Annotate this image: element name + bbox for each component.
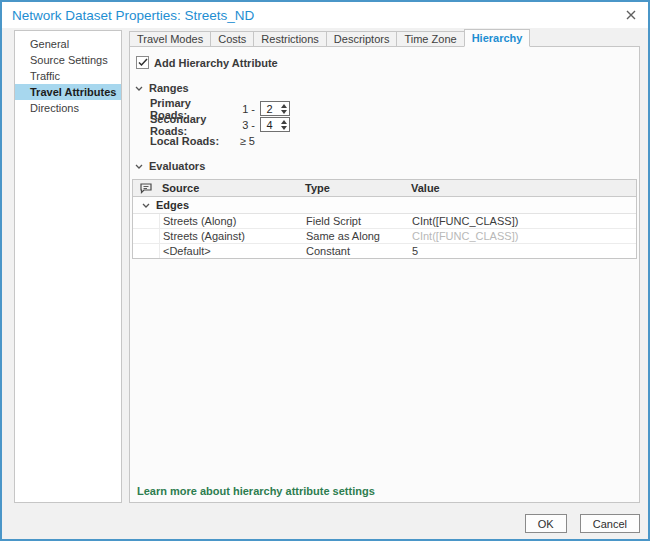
network-dataset-properties-dialog: Network Dataset Properties: Streets_ND G… [0,0,650,541]
tab-hierarchy[interactable]: Hierarchy [464,29,531,47]
chevron-down-icon [142,203,150,208]
secondary-roads-row: Secondary Roads: 3 - 4 [150,117,639,132]
spinner-arrows-icon[interactable] [278,118,289,131]
type-cell[interactable]: Field Script [306,215,412,227]
ranges-section-label: Ranges [149,82,189,94]
table-row[interactable]: Streets (Against) Same as Along CInt([FU… [133,229,636,244]
primary-roads-max-spinner[interactable]: 2 [260,101,290,116]
row-selector-cell[interactable] [133,229,160,243]
column-header-source[interactable]: Source [159,182,305,194]
primary-roads-range-start: 1 - [229,103,255,115]
tab-strip: Travel Modes Costs Restrictions Descript… [129,30,640,47]
sidebar-item-traffic[interactable]: Traffic [15,68,121,84]
ranges-group: Primary Roads: 1 - 2 Secondary Roads: 3 … [150,101,639,148]
chevron-down-icon [135,86,143,91]
evaluators-table: Source Type Value Edges Streets (Along) … [132,179,637,259]
sidebar-item-directions[interactable]: Directions [15,100,121,116]
comment-icon [133,180,159,196]
secondary-roads-range-start: 3 - [229,119,255,131]
tab-costs[interactable]: Costs [210,31,254,47]
row-selector-cell[interactable] [133,214,160,228]
local-roads-label: Local Roads: [150,135,229,147]
tab-time-zone[interactable]: Time Zone [396,31,464,47]
add-hierarchy-attribute-checkbox[interactable] [136,56,149,69]
source-cell: Streets (Against) [160,230,306,242]
column-header-value[interactable]: Value [411,182,636,194]
source-cell: <Default> [160,245,306,257]
value-cell[interactable]: 5 [412,245,636,257]
learn-more-link[interactable]: Learn more about hierarchy attribute set… [137,485,375,497]
ok-button[interactable]: OK [525,514,567,533]
button-bar: OK Cancel [525,514,640,533]
tab-restrictions[interactable]: Restrictions [253,31,326,47]
evaluators-section-header[interactable]: Evaluators [135,160,639,172]
value-cell[interactable]: CInt([FUNC_CLASS]) [412,215,636,227]
row-selector-cell[interactable] [133,244,160,258]
chevron-down-icon [135,164,143,169]
evaluators-section-label: Evaluators [149,160,205,172]
local-roads-range: ≥ 5 [229,135,255,147]
add-hierarchy-attribute-label: Add Hierarchy Attribute [154,57,278,69]
table-row[interactable]: <Default> Constant 5 [133,244,636,258]
local-roads-row: Local Roads: ≥ 5 [150,133,639,148]
source-cell: Streets (Along) [160,215,306,227]
spinner-arrows-icon[interactable] [278,102,289,115]
edges-group-row[interactable]: Edges [133,197,636,214]
tab-travel-modes[interactable]: Travel Modes [129,31,211,47]
ranges-section-header[interactable]: Ranges [135,82,639,94]
sidebar: General Source Settings Traffic Travel A… [14,30,122,503]
type-cell[interactable]: Same as Along [306,230,412,242]
sidebar-item-travel-attributes[interactable]: Travel Attributes [15,84,121,100]
title-bar: Network Dataset Properties: Streets_ND [2,2,648,28]
cancel-button[interactable]: Cancel [580,514,640,533]
type-cell[interactable]: Constant [306,245,412,257]
check-icon [138,58,148,67]
edges-group-label: Edges [156,199,189,211]
close-icon[interactable] [624,8,638,22]
secondary-roads-max-spinner[interactable]: 4 [260,117,290,132]
value-cell[interactable]: CInt([FUNC_CLASS]) [412,230,636,242]
table-row[interactable]: Streets (Along) Field Script CInt([FUNC_… [133,214,636,229]
add-hierarchy-attribute-row: Add Hierarchy Attribute [136,55,639,70]
secondary-roads-max-value: 4 [261,119,278,131]
hierarchy-tab-panel: Add Hierarchy Attribute Ranges Primary R… [129,46,640,503]
sidebar-item-source-settings[interactable]: Source Settings [15,52,121,68]
sidebar-item-general[interactable]: General [15,36,121,52]
content-area: Travel Modes Costs Restrictions Descript… [129,30,640,503]
dialog-title: Network Dataset Properties: Streets_ND [12,8,254,23]
secondary-roads-label: Secondary Roads: [150,113,229,137]
primary-roads-max-value: 2 [261,103,278,115]
evaluators-table-header: Source Type Value [133,180,636,197]
tab-descriptors[interactable]: Descriptors [326,31,398,47]
dialog-body: General Source Settings Traffic Travel A… [14,30,640,503]
column-header-type[interactable]: Type [305,182,411,194]
